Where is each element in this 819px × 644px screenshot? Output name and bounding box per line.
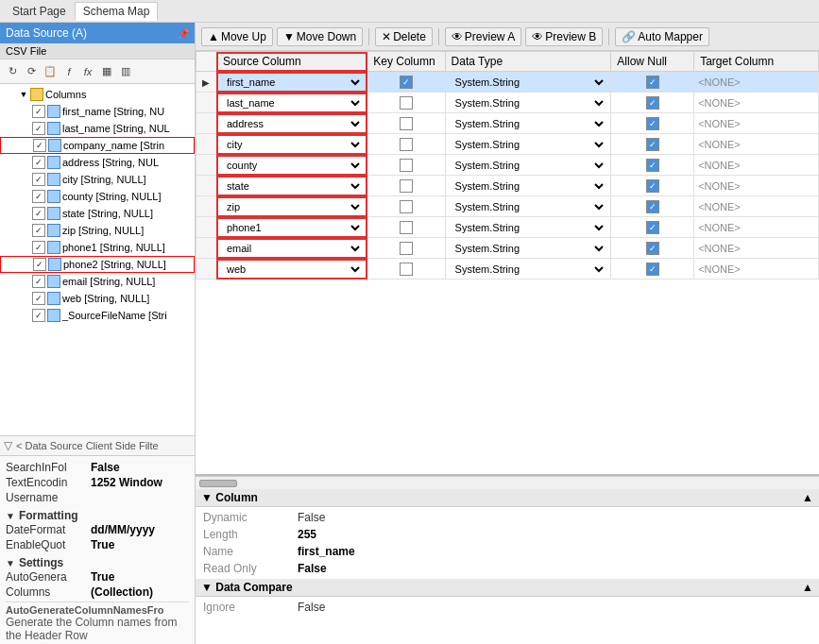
checkbox-first-name[interactable] bbox=[32, 105, 45, 118]
tree-item-state[interactable]: state [String, NULL] bbox=[0, 205, 195, 222]
filter-bar[interactable]: ▽ < Data Source Client Side Filte bbox=[0, 435, 195, 455]
source-column-select[interactable]: email bbox=[221, 242, 363, 255]
source-column-cell: web bbox=[216, 259, 367, 280]
section-data-compare-header[interactable]: ▼ Data Compare ▲ bbox=[196, 579, 819, 597]
tree-item-address[interactable]: address [String, NUL bbox=[0, 154, 195, 171]
tree-item-last-name[interactable]: last_name [String, NUL bbox=[0, 120, 195, 137]
tree-label: city [String, NULL] bbox=[62, 174, 146, 185]
source-column-select[interactable]: state bbox=[221, 179, 363, 193]
key-checkbox-wrap bbox=[371, 177, 440, 195]
tree-item-county[interactable]: county [String, NULL] bbox=[0, 188, 195, 205]
refresh-btn[interactable]: ↻ bbox=[4, 63, 21, 80]
section-column-header[interactable]: ▼ Column ▲ bbox=[196, 489, 819, 507]
tree-item-web[interactable]: web [String, NULL] bbox=[0, 290, 195, 307]
allow-null-checkbox[interactable] bbox=[646, 179, 659, 193]
allow-null-checkbox[interactable] bbox=[646, 76, 659, 89]
key-checkbox[interactable] bbox=[400, 96, 413, 110]
key-checkbox[interactable] bbox=[400, 263, 413, 276]
allow-null-checkbox[interactable] bbox=[646, 263, 659, 276]
checkbox-county[interactable] bbox=[32, 190, 45, 203]
data-type-select[interactable]: System.String bbox=[450, 159, 607, 172]
data-type-select[interactable]: System.String bbox=[450, 242, 607, 255]
allow-null-checkbox[interactable] bbox=[646, 159, 659, 172]
collapse-icon[interactable]: ▲ bbox=[802, 491, 813, 504]
tree-item-city[interactable]: city [String, NULL] bbox=[0, 171, 195, 188]
key-checkbox-wrap bbox=[371, 156, 440, 174]
copy-btn[interactable]: 📋 bbox=[42, 63, 59, 80]
tab-start-page[interactable]: Start Page bbox=[4, 2, 75, 21]
source-column-select[interactable]: address bbox=[221, 117, 363, 130]
key-checkbox[interactable] bbox=[400, 221, 413, 234]
source-column-select[interactable]: county bbox=[221, 159, 363, 172]
allow-null-checkbox[interactable] bbox=[646, 242, 659, 255]
tab-schema-map[interactable]: Schema Map bbox=[75, 2, 159, 21]
key-column-cell bbox=[367, 93, 445, 113]
horizontal-scrollbar[interactable] bbox=[196, 476, 819, 489]
key-checkbox[interactable] bbox=[400, 138, 413, 151]
data-type-select[interactable]: System.String bbox=[450, 221, 607, 234]
tree-item-email[interactable]: email [String, NULL] bbox=[0, 273, 195, 290]
tree-item-zip[interactable]: zip [String, NULL] bbox=[0, 222, 195, 239]
checkbox-sourcefile[interactable] bbox=[32, 309, 45, 322]
key-checkbox[interactable] bbox=[400, 179, 413, 193]
move-down-button[interactable]: ▼ Move Down bbox=[277, 27, 363, 46]
tree-item-phone2[interactable]: phone2 [String, NULL] bbox=[0, 256, 195, 273]
checkbox-address[interactable] bbox=[32, 156, 45, 169]
prop-key: EnableQuot bbox=[6, 538, 91, 551]
tree-root-columns[interactable]: ▼ Columns bbox=[0, 86, 195, 103]
data-type-select[interactable]: System.String bbox=[450, 138, 607, 151]
checkbox-last-name[interactable] bbox=[32, 122, 45, 135]
data-type-select[interactable]: System.String bbox=[450, 179, 607, 193]
prop-key: Columns bbox=[6, 585, 91, 599]
col-icon bbox=[47, 190, 60, 203]
data-type-select[interactable]: System.String bbox=[450, 200, 607, 213]
tree-item-first-name[interactable]: first_name [String, NU bbox=[0, 103, 195, 120]
allow-null-checkbox[interactable] bbox=[646, 138, 659, 151]
key-checkbox[interactable] bbox=[400, 76, 413, 89]
data-type-select[interactable]: System.String bbox=[450, 263, 607, 276]
th-datatype-label: Data Type bbox=[452, 55, 503, 68]
data-type-select[interactable]: System.String bbox=[450, 76, 607, 89]
delete-button[interactable]: ✕ Delete bbox=[375, 27, 433, 46]
source-column-select[interactable]: web bbox=[221, 263, 363, 276]
tree-label: phone1 [String, NULL] bbox=[62, 242, 165, 253]
tree-item-source-filename[interactable]: _SourceFileName [Stri bbox=[0, 307, 195, 324]
checkbox-phone1[interactable] bbox=[32, 241, 45, 254]
key-checkbox[interactable] bbox=[400, 242, 413, 255]
sync-btn[interactable]: ⟳ bbox=[23, 63, 40, 80]
collapse-icon[interactable]: ▲ bbox=[802, 581, 813, 594]
key-checkbox[interactable] bbox=[400, 200, 413, 213]
source-column-select[interactable]: phone1 bbox=[221, 221, 363, 234]
col1-btn[interactable]: ▦ bbox=[98, 63, 115, 80]
checkbox-email[interactable] bbox=[32, 275, 45, 288]
key-checkbox[interactable] bbox=[400, 117, 413, 130]
auto-mapper-button[interactable]: 🔗 Auto Mapper bbox=[615, 27, 709, 46]
tree-item-phone1[interactable]: phone1 [String, NULL] bbox=[0, 239, 195, 256]
allow-null-checkbox[interactable] bbox=[646, 117, 659, 130]
data-type-select[interactable]: System.String bbox=[450, 117, 607, 130]
checkbox-city[interactable] bbox=[32, 173, 45, 186]
key-checkbox[interactable] bbox=[400, 159, 413, 172]
move-up-button[interactable]: ▲ Move Up bbox=[201, 27, 273, 46]
data-type-select[interactable]: System.String bbox=[450, 96, 607, 110]
source-column-select[interactable]: zip bbox=[221, 200, 363, 213]
source-column-select[interactable]: last_name bbox=[221, 96, 363, 110]
tree-item-company-name[interactable]: company_name [Strin bbox=[0, 137, 195, 154]
col2-btn[interactable]: ▥ bbox=[117, 63, 134, 80]
preview-b-button[interactable]: 👁 Preview B bbox=[525, 27, 603, 46]
checkbox-zip[interactable] bbox=[32, 224, 45, 237]
allow-null-checkbox[interactable] bbox=[646, 96, 659, 110]
scrollbar-thumb[interactable] bbox=[199, 480, 237, 487]
fx-btn[interactable]: fx bbox=[79, 63, 96, 80]
checkbox-phone2[interactable] bbox=[33, 258, 46, 271]
preview-a-button[interactable]: 👁 Preview A bbox=[445, 27, 521, 46]
allow-null-checkbox[interactable] bbox=[646, 200, 659, 213]
func-btn[interactable]: f bbox=[60, 63, 77, 80]
checkbox-state[interactable] bbox=[32, 207, 45, 220]
source-column-select[interactable]: first_name bbox=[221, 76, 363, 89]
checkbox-company-name[interactable] bbox=[33, 139, 46, 152]
checkbox-web[interactable] bbox=[32, 292, 45, 305]
allow-null-checkbox[interactable] bbox=[646, 221, 659, 234]
source-column-select[interactable]: city bbox=[221, 138, 363, 151]
expander[interactable]: ▼ bbox=[17, 88, 30, 101]
